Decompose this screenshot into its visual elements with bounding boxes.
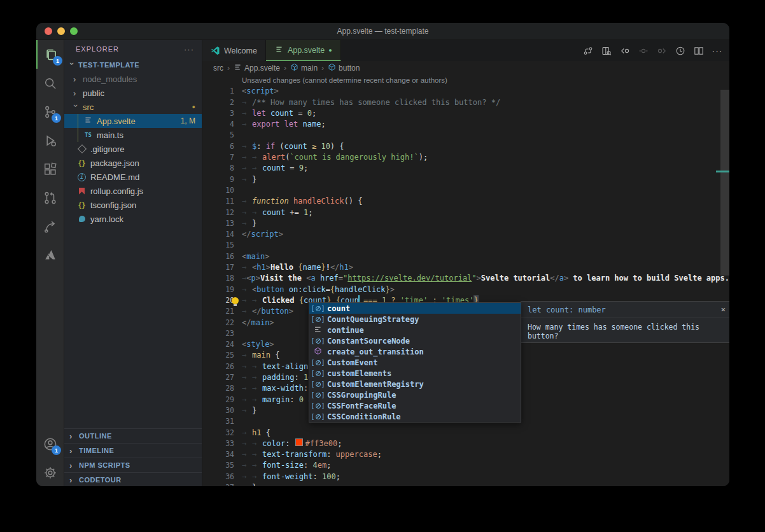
code-line-3[interactable]: 3→let count = 0; xyxy=(202,108,729,119)
gutter xyxy=(234,86,242,97)
zoom-window-button[interactable] xyxy=(70,27,78,35)
code-line-19[interactable]: 19→<button on:click={handleClick}> xyxy=(202,284,729,295)
suggestion-create_out_transition[interactable]: create_out_transition xyxy=(309,346,521,357)
explorer-more-actions-icon[interactable]: ··· xyxy=(184,45,194,54)
breadcrumb-src[interactable]: src xyxy=(213,64,223,73)
breadcrumb-app-svelte[interactable]: App.svelte xyxy=(234,63,280,73)
code-line-18[interactable]: 18→<p>Visit the <a href="https://svelte.… xyxy=(202,273,729,284)
code-line-12[interactable]: 12→→count += 1; xyxy=(202,207,729,218)
suggestion-constantsourcenode[interactable]: []ConstantSourceNode xyxy=(309,335,521,346)
code-line-6[interactable]: 6→$: if (count ≥ 10) { xyxy=(202,141,729,152)
suggestion-cssfontfacerule[interactable]: []CSSFontFaceRule xyxy=(309,400,521,411)
project-root-row[interactable]: › TEST-TEMPLATE xyxy=(64,58,202,72)
toggle-blame-icon[interactable] xyxy=(636,44,650,58)
suggestion-cssconditionrule[interactable]: []CSSConditionRule xyxy=(309,411,521,422)
suggestion-customelements[interactable]: []customElements xyxy=(309,368,521,379)
gutter xyxy=(234,229,242,240)
titlebar[interactable]: App.svelte — test-template xyxy=(36,23,729,40)
color-swatch[interactable] xyxy=(295,438,303,446)
code-line-34[interactable]: 34→→text-transform: uppercase; xyxy=(202,449,729,460)
yarn-file-icon xyxy=(77,216,87,222)
code-line-37[interactable]: 37→} xyxy=(202,482,729,486)
explorer-icon[interactable]: 1 xyxy=(36,40,65,69)
section-npm-scripts[interactable]: ›NPM SCRIPTS xyxy=(64,458,202,472)
code-line-32[interactable]: 32→h1 { xyxy=(202,428,729,438)
code-line-9[interactable]: 9→} xyxy=(202,174,729,185)
previous-change-icon[interactable] xyxy=(618,44,632,58)
code-editor[interactable]: Unsaved changes (cannot determine recent… xyxy=(202,74,729,486)
code-line-7[interactable]: 7→→alert(`count is dangerously high!`); xyxy=(202,152,729,163)
code-line-10[interactable]: 10 xyxy=(202,185,729,196)
tab-app-svelte[interactable]: App.svelte ● xyxy=(266,40,341,61)
suggestion-customelementregistry[interactable]: []CustomElementRegistry xyxy=(309,379,521,389)
suggestion-customevent[interactable]: []CustomEvent xyxy=(309,357,521,368)
code-line-17[interactable]: 17→<h1>Hello {name}!</h1> xyxy=(202,262,729,273)
suggestion-cssgroupingrule[interactable]: []CSSGroupingRule xyxy=(309,389,521,400)
extensions-icon[interactable] xyxy=(36,155,64,183)
code-line-35[interactable]: 35→→font-size: 4em; xyxy=(202,460,729,471)
folder-public[interactable]: ›public xyxy=(64,86,202,100)
section-codetour[interactable]: ›CODETOUR xyxy=(64,472,202,486)
tab-whitespace-arrow: → xyxy=(242,372,252,383)
next-change-icon[interactable] xyxy=(655,44,669,58)
chevron-right-icon: › xyxy=(69,461,75,470)
file-yarn-lock[interactable]: yarn.lock xyxy=(64,212,202,226)
tab-whitespace-arrow: → xyxy=(242,163,252,174)
tab-welcome[interactable]: Welcome xyxy=(202,40,266,61)
close-window-button[interactable] xyxy=(45,27,52,35)
file-rollup-config-js[interactable]: rollup.config.js xyxy=(64,184,202,198)
open-changes-icon[interactable] xyxy=(600,44,614,58)
tab-whitespace-arrow: → xyxy=(242,482,252,486)
gutter xyxy=(234,174,242,185)
json-file-icon: {} xyxy=(77,202,87,209)
suggestion-countqueuingstrategy[interactable]: []CountQueuingStrategy xyxy=(309,314,521,325)
close-icon[interactable]: ✕ xyxy=(721,305,726,314)
folder-src[interactable]: ›src● xyxy=(64,100,202,114)
code-line-4[interactable]: 4→export let name; xyxy=(202,119,729,130)
source-control-icon[interactable]: 1 xyxy=(36,97,64,126)
file-tsconfig-json[interactable]: {}tsconfig.json xyxy=(64,198,202,212)
search-icon[interactable] xyxy=(36,69,64,97)
file-main-ts[interactable]: TSmain.ts xyxy=(64,128,202,142)
github-pull-requests-icon[interactable] xyxy=(36,183,64,212)
code-line-36[interactable]: 36→→font-weight: 100; xyxy=(202,472,729,482)
code-line-1[interactable]: 1<script> xyxy=(202,86,729,97)
file-readme-md[interactable]: iREADME.md xyxy=(64,170,202,184)
code-line-16[interactable]: 16<main> xyxy=(202,251,729,262)
code-line-2[interactable]: 2→/** How many times has someone clicked… xyxy=(202,97,729,108)
file-package-json[interactable]: {}package.json xyxy=(64,156,202,170)
azure-icon[interactable] xyxy=(36,241,64,269)
gutter xyxy=(234,97,242,108)
breadcrumb-button[interactable]: button xyxy=(328,63,360,73)
tab-whitespace-arrow: → xyxy=(242,196,252,207)
breadcrumb-main[interactable]: main xyxy=(290,63,318,73)
file-history-icon[interactable] xyxy=(673,44,687,58)
suggestion-continue[interactable]: continue xyxy=(309,325,521,335)
settings-icon[interactable] xyxy=(36,458,64,486)
section-timeline[interactable]: ›TIMELINE xyxy=(64,443,202,458)
suggestion-count[interactable]: []count xyxy=(309,303,521,314)
editor-scrollbar[interactable] xyxy=(720,90,729,276)
more-actions-icon[interactable]: ··· xyxy=(710,44,724,58)
gutter xyxy=(234,119,242,130)
file--gitignore[interactable]: .gitignore xyxy=(64,142,202,156)
section-outline[interactable]: ›OUTLINE xyxy=(64,428,202,443)
code-line-14[interactable]: 14</script> xyxy=(202,229,729,240)
code-line-5[interactable]: 5 xyxy=(202,130,729,141)
minimize-window-button[interactable] xyxy=(57,27,65,35)
code-line-33[interactable]: 33→→color: #ff3e00; xyxy=(202,438,729,449)
compare-changes-icon[interactable] xyxy=(581,44,595,58)
code-line-8[interactable]: 8→→count = 9; xyxy=(202,163,729,174)
live-share-icon[interactable] xyxy=(36,212,64,241)
folder-node-modules[interactable]: ›node_modules xyxy=(64,72,202,86)
gutter xyxy=(234,318,242,328)
code-line-15[interactable]: 15 xyxy=(202,240,729,251)
file-app-svelte[interactable]: App.svelte1, M xyxy=(64,114,202,128)
accounts-icon[interactable]: 1 xyxy=(36,430,64,458)
lightbulb-icon[interactable] xyxy=(232,297,239,304)
run-debug-icon[interactable] xyxy=(36,126,64,155)
split-editor-icon[interactable] xyxy=(692,44,706,58)
suggestion-label: customElements xyxy=(327,369,391,378)
code-line-11[interactable]: 11→function handleClick() { xyxy=(202,196,729,207)
code-line-13[interactable]: 13→} xyxy=(202,218,729,229)
